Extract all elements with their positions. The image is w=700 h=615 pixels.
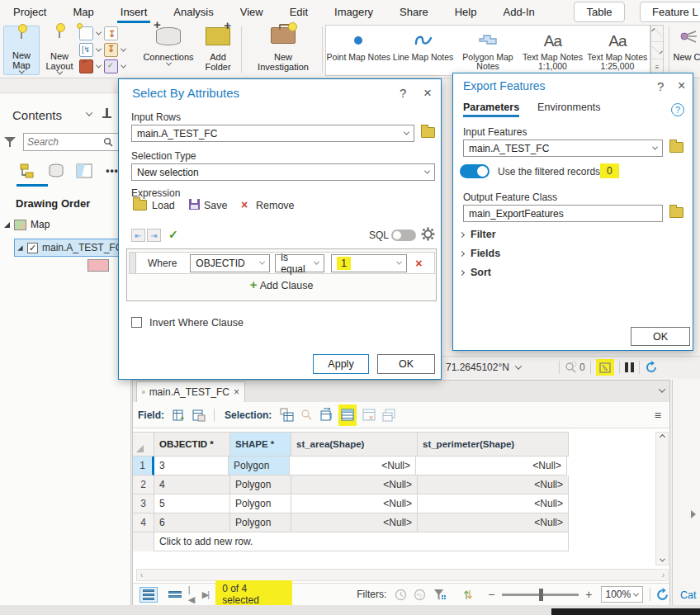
scroll-up-icon[interactable] bbox=[659, 434, 665, 440]
zoom-to-selected-icon[interactable] bbox=[299, 408, 314, 423]
add-folder-button[interactable]: Add Folder bbox=[198, 26, 238, 75]
form-view-button[interactable] bbox=[166, 587, 184, 603]
zoom-out-icon[interactable]: − bbox=[488, 588, 494, 601]
table-row[interactable]: 1 3 Polygon <Null> <Null> bbox=[133, 457, 569, 475]
tab-environments[interactable]: Environments bbox=[537, 102, 600, 117]
browse-folder-icon[interactable] bbox=[669, 142, 683, 153]
contextual-tab-feature-layer[interactable]: Feature L bbox=[640, 2, 700, 22]
column-header-shape[interactable]: SHAPE * bbox=[230, 432, 291, 457]
value-combobox[interactable]: 1 bbox=[331, 254, 407, 272]
import-map-icon[interactable]: ↧ bbox=[104, 43, 118, 57]
table-view-button[interactable] bbox=[140, 587, 158, 603]
pause-drawing-icon[interactable] bbox=[625, 362, 634, 372]
tree-item-map[interactable]: Map bbox=[4, 219, 50, 230]
load-button[interactable]: Load bbox=[152, 200, 175, 211]
expander-icon[interactable] bbox=[17, 245, 22, 250]
add-field-icon[interactable]: + bbox=[172, 408, 187, 423]
tab-list-by-data-source[interactable] bbox=[45, 161, 68, 181]
browse-folder-icon[interactable] bbox=[421, 127, 435, 138]
switch-selection-icon[interactable] bbox=[319, 408, 333, 423]
calculate-field-icon[interactable] bbox=[192, 408, 206, 423]
indent-left-icon[interactable]: ⇤ bbox=[131, 229, 145, 242]
menu-imagery[interactable]: Imagery bbox=[321, 0, 386, 23]
line-map-notes-button[interactable]: Line Map Notes bbox=[390, 26, 455, 75]
new-report-icon[interactable] bbox=[79, 26, 93, 40]
search-input[interactable] bbox=[27, 136, 103, 148]
menu-help[interactable]: Help bbox=[442, 0, 490, 23]
menu-share[interactable]: Share bbox=[386, 0, 442, 23]
cell-st-area[interactable]: <Null> bbox=[290, 457, 416, 475]
filter-icon[interactable] bbox=[4, 136, 16, 148]
help-icon[interactable]: ? bbox=[657, 79, 664, 93]
zoom-slider-handle[interactable] bbox=[539, 589, 543, 601]
add-clause-button[interactable]: + Add Clause bbox=[127, 277, 436, 291]
gallery-scroll-down-icon[interactable] bbox=[651, 42, 663, 59]
catalog-collapsed-pane[interactable]: Cat bbox=[672, 380, 700, 608]
close-icon[interactable]: × bbox=[678, 78, 685, 93]
select-by-attributes-icon[interactable] bbox=[279, 408, 294, 423]
gallery-scrollbar[interactable]: ≡ bbox=[650, 25, 664, 76]
row-number[interactable]: 4 bbox=[133, 513, 154, 532]
column-header-st-perimeter[interactable]: st_perimeter(Shape) bbox=[418, 432, 569, 457]
remove-button[interactable]: Remove bbox=[256, 200, 295, 211]
row-number[interactable]: 2 bbox=[133, 475, 154, 494]
menu-map[interactable]: Map bbox=[59, 0, 106, 23]
menu-analysis[interactable]: Analysis bbox=[160, 0, 226, 23]
time-filter-icon[interactable] bbox=[393, 587, 408, 602]
tabbar-menu-icon[interactable] bbox=[659, 386, 665, 392]
layer-visibility-checkbox[interactable]: ✓ bbox=[27, 243, 38, 253]
polygon-map-notes-button[interactable]: Polygon Map Notes bbox=[456, 26, 520, 75]
import-map-dropdown[interactable] bbox=[121, 46, 126, 52]
sql-toggle[interactable] bbox=[391, 229, 416, 241]
invert-where-checkbox[interactable] bbox=[131, 317, 142, 328]
cell-st-area[interactable]: <Null> bbox=[291, 475, 418, 494]
cell-st-perimeter[interactable]: <Null> bbox=[418, 494, 569, 513]
gear-icon[interactable] bbox=[421, 227, 435, 244]
contents-search[interactable] bbox=[23, 133, 125, 151]
table-horizontal-scrollbar[interactable]: ‹ › bbox=[136, 569, 669, 581]
row-number[interactable]: 3 bbox=[133, 494, 154, 513]
table-vertical-scrollbar[interactable] bbox=[655, 432, 669, 565]
table-row[interactable]: 3 5 Polygon <Null> <Null> bbox=[133, 494, 569, 513]
last-record-icon[interactable]: ▶| bbox=[202, 589, 208, 600]
text-map-notes-1000-button[interactable]: Aa Text Map Notes 1:1,000 bbox=[520, 26, 584, 75]
zoom-slider[interactable] bbox=[502, 594, 579, 596]
tab-close-icon[interactable]: × bbox=[234, 386, 239, 398]
sort-arrows-icon[interactable] bbox=[461, 587, 476, 602]
cell-st-area[interactable]: <Null> bbox=[291, 494, 418, 513]
zoom-to-selection-icon[interactable] bbox=[565, 361, 577, 373]
clause-drag-handle[interactable] bbox=[130, 253, 136, 273]
section-filter[interactable]: Filter bbox=[460, 229, 496, 240]
table-refresh-icon[interactable] bbox=[655, 588, 669, 602]
input-rows-combobox[interactable]: main.A_TEST_FC bbox=[131, 125, 414, 142]
expand-pane-icon[interactable] bbox=[691, 510, 696, 518]
menu-insert[interactable]: Insert bbox=[107, 0, 161, 23]
new-chart-button[interactable]: New Ch bbox=[673, 26, 700, 75]
import-icon[interactable]: ↧ bbox=[104, 26, 118, 40]
indent-right-icon[interactable]: ⇥ bbox=[147, 229, 161, 242]
close-icon[interactable]: × bbox=[423, 85, 432, 102]
expander-icon[interactable] bbox=[4, 222, 10, 228]
table-tab[interactable]: main.A_TEST_FC × bbox=[136, 381, 245, 402]
scroll-right-icon[interactable]: › bbox=[662, 570, 665, 580]
delete-clause-icon[interactable]: × bbox=[415, 257, 422, 270]
delete-selected-icon[interactable]: × bbox=[362, 408, 376, 423]
zoom-in-icon[interactable]: + bbox=[585, 588, 592, 601]
grid-corner-cell[interactable] bbox=[133, 432, 154, 457]
field-combobox[interactable]: OBJECTID bbox=[190, 254, 270, 272]
menu-add-in[interactable]: Add-In bbox=[490, 0, 547, 23]
table-menu-icon[interactable]: ≡ bbox=[655, 409, 661, 422]
menu-project[interactable]: Project bbox=[0, 0, 59, 23]
point-map-notes-button[interactable]: Point Map Notes bbox=[326, 26, 390, 75]
column-header-objectid[interactable]: OBJECTID * bbox=[154, 432, 230, 457]
cell-objectid[interactable]: 4 bbox=[154, 475, 230, 494]
toolbox-dropdown[interactable] bbox=[96, 63, 102, 69]
row-number[interactable]: 1 bbox=[133, 457, 154, 475]
selection-type-combobox[interactable]: New selection bbox=[131, 163, 435, 181]
input-features-combobox[interactable]: main.A_TEST_FC bbox=[463, 140, 663, 157]
cell-shape[interactable]: Polygon bbox=[229, 457, 290, 475]
menu-view[interactable]: View bbox=[227, 0, 277, 23]
catalog-pane-label[interactable]: Cat bbox=[680, 589, 696, 601]
first-record-icon[interactable]: |◀ bbox=[188, 584, 194, 605]
output-feature-class-input[interactable]: main_ExportFeatures bbox=[463, 205, 663, 222]
